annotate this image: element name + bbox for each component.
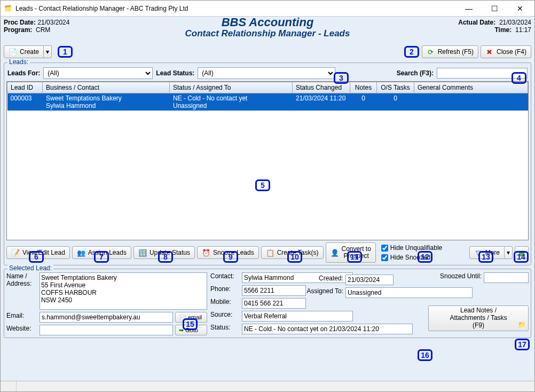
created-field[interactable]	[345, 275, 394, 285]
website-field[interactable]	[40, 325, 173, 335]
leads-group: Leads: Leads For: (All) Lead Status: (Al…	[4, 62, 531, 265]
annotation-marker: 9	[223, 251, 238, 263]
leads-for-label: Leads For:	[7, 69, 40, 77]
close-button-label: Close (F4)	[497, 48, 526, 56]
close-icon: ✖	[485, 48, 494, 56]
cell-changed: 21/03/2024 11:20	[293, 93, 350, 111]
proc-date-label: Proc Date:	[4, 19, 36, 26]
hide-unqualifiable-label: Hide Unqualifiable	[390, 244, 442, 252]
assigned-to-label: Assigned To:	[296, 287, 343, 298]
cell-lead-id: 000003	[7, 93, 43, 111]
website-label: Website:	[6, 325, 37, 335]
window-title: Leads - Contact Relationship Manager - A…	[15, 5, 454, 12]
table-row[interactable]: 000003 Sweet Temptations Bakery Sylwia H…	[7, 93, 528, 111]
lead-status-label: Lead Status:	[156, 69, 194, 77]
annotation-marker: 2	[404, 46, 419, 58]
close-window-button[interactable]: ✕	[509, 1, 531, 16]
cell-business: Sweet Temptations Bakery Sylwia Hammond	[43, 93, 170, 111]
snoozed-until-field[interactable]	[484, 272, 529, 283]
leads-for-select[interactable]: (All)	[43, 67, 153, 79]
created-label: Created:	[296, 275, 343, 285]
hide-unqualifiable-checkbox[interactable]: Hide Unqualifiable	[381, 244, 442, 252]
update-icon: 🔢	[138, 248, 147, 257]
create-icon: 📄	[9, 48, 17, 56]
annotation-marker: 16	[418, 349, 432, 361]
close-button[interactable]: ✖ Close (F4)	[481, 45, 531, 58]
col-notes[interactable]: Notes	[350, 82, 377, 93]
annotation-marker: 5	[255, 179, 270, 191]
titlebar: 🗂️ Leads - Contact Relationship Manager …	[1, 1, 534, 17]
leads-grid[interactable]: Lead ID Business / Contact Status / Assi…	[6, 81, 529, 240]
annotation-marker: 11	[347, 251, 362, 263]
mobile-label: Mobile:	[210, 298, 240, 309]
lead-notes-button-label: Lead Notes / Attachments / Tasks (F9)	[450, 307, 507, 329]
annotation-marker: 3	[334, 72, 349, 84]
snoozed-until-label: Snoozed Until:	[428, 272, 482, 283]
lead-notes-button[interactable]: Lead Notes / Attachments / Tasks (F9) 📁	[428, 305, 529, 331]
maximize-button[interactable]: ☐	[483, 1, 506, 16]
convert-icon: 👤	[331, 248, 339, 257]
cell-notes: 0	[350, 93, 377, 111]
annotation-marker: 13	[478, 251, 493, 263]
col-comments[interactable]: General Comments	[414, 82, 528, 93]
lead-status-select[interactable]: (All)	[198, 67, 335, 79]
cell-tasks: 0	[377, 93, 414, 111]
annotation-marker: 15	[183, 318, 198, 330]
name-address-field[interactable]	[40, 272, 207, 310]
time-label: Time:	[495, 26, 512, 34]
program-value: CRM	[36, 26, 50, 34]
annotation-marker: 1	[58, 46, 73, 58]
app-icon: 🗂️	[4, 4, 12, 13]
name-address-label: Name / Address:	[6, 272, 37, 310]
phone-label: Phone:	[210, 285, 240, 296]
email-field[interactable]	[40, 312, 173, 323]
col-business[interactable]: Business / Contact	[43, 82, 170, 93]
statusbar	[1, 381, 534, 391]
selected-legend: Selected Lead:	[7, 264, 53, 272]
hide-snoozed-checkbox[interactable]: Hide Snoozed	[381, 254, 442, 261]
refresh-icon: ⟳	[427, 48, 435, 56]
leads-legend: Leads:	[7, 58, 30, 66]
create-button-label: Create	[20, 48, 39, 56]
cell-status: NE - Cold - No contact yet Unassigned	[170, 93, 293, 111]
annotation-marker: 12	[418, 251, 432, 263]
annotation-marker: 8	[158, 251, 173, 263]
notes-folder-icon: 📁	[518, 321, 526, 328]
col-status[interactable]: Status / Assigned To	[170, 82, 293, 93]
program-label: Program:	[4, 26, 32, 34]
tasks-icon: 📋	[266, 248, 274, 257]
source-label: Source:	[210, 311, 240, 322]
email-label: Email:	[6, 312, 37, 323]
annotation-marker: 6	[29, 251, 44, 263]
hide-snoozed-input[interactable]	[381, 254, 388, 261]
assign-icon: 👥	[77, 248, 85, 257]
hide-unqualifiable-input[interactable]	[381, 245, 388, 252]
annotation-marker: 10	[287, 251, 302, 263]
refresh-button[interactable]: ⟳ Refresh (F5)	[422, 45, 478, 58]
actual-date-label: Actual Date:	[458, 19, 495, 26]
contact-label: Contact:	[210, 272, 240, 283]
col-lead-id[interactable]: Lead ID	[7, 82, 43, 93]
col-tasks[interactable]: O/S Tasks	[377, 82, 414, 93]
selected-lead-group: Selected Lead: Name / Address: Email: ✉️…	[4, 269, 531, 338]
annotation-marker: 4	[512, 72, 526, 84]
view-edit-icon: 📝	[11, 248, 20, 257]
snooze-icon: ⏰	[202, 248, 210, 257]
time-value: 11:17	[515, 26, 531, 34]
proc-date-value: 21/03/2024	[37, 19, 69, 26]
status-label: Status:	[210, 324, 240, 334]
more-dropdown-button[interactable]: ▾	[505, 246, 513, 259]
annotation-marker: 7	[94, 251, 109, 263]
create-button[interactable]: 📄 Create	[4, 45, 44, 58]
search-label: Search (F3):	[397, 69, 434, 77]
refresh-button-label: Refresh (F5)	[438, 48, 474, 56]
annotation-marker: 17	[515, 339, 530, 350]
minimize-button[interactable]: ―	[458, 1, 480, 16]
create-dropdown-button[interactable]: ▾	[44, 45, 52, 58]
create-split-button[interactable]: 📄 Create ▾	[4, 45, 52, 58]
cell-comments	[414, 93, 528, 111]
actual-date-value: 21/03/2024	[499, 19, 531, 26]
annotation-marker: 14	[514, 251, 529, 263]
